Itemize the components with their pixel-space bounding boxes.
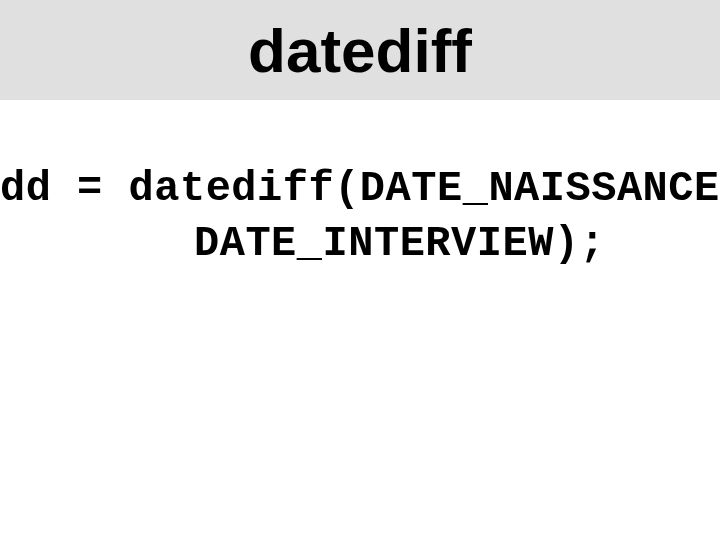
slide-content: dd = datediff(DATE_NAISSANCE, DATE_INTER…	[0, 100, 720, 271]
code-line-1: dd = datediff(DATE_NAISSANCE,	[0, 162, 720, 217]
slide-title: datediff	[248, 15, 472, 86]
slide-header: datediff	[0, 0, 720, 100]
code-line-2: DATE_INTERVIEW);	[0, 217, 720, 272]
